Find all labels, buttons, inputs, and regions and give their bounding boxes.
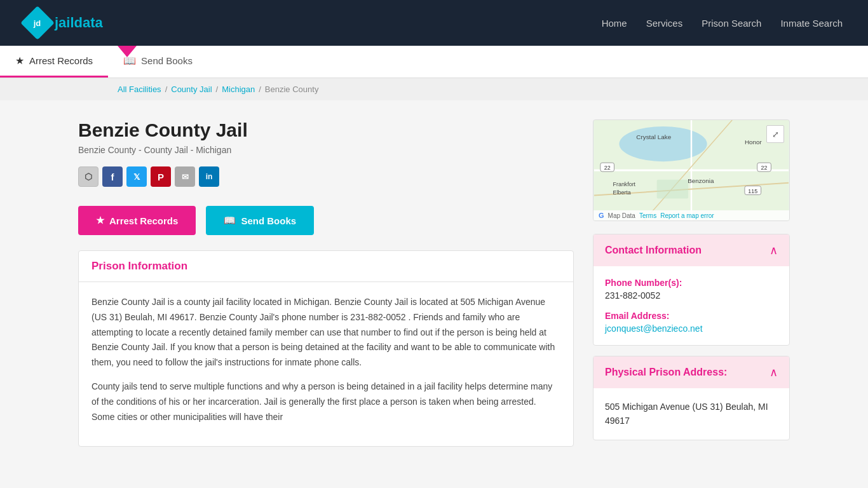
twitter-icon[interactable]: 𝕏 xyxy=(126,166,147,187)
email-icon[interactable]: ✉ xyxy=(175,166,195,187)
social-row: ⬡ f 𝕏 P ✉ in xyxy=(78,166,574,187)
breadcrumb-current: Benzie County xyxy=(265,85,319,94)
prison-info-card: Prison Information Benzie County Jail is… xyxy=(78,250,574,447)
breadcrumb-sep-3: / xyxy=(259,85,261,94)
navbar: jd jaildata Home Services Prison Search … xyxy=(0,0,868,46)
logo-wordmark: jaildata xyxy=(55,15,103,31)
logo[interactable]: jd jaildata xyxy=(25,11,103,35)
subnav: ★ Arrest Records 📖 Send Books xyxy=(0,46,868,78)
map-svg: 22 22 115 Crystal Lake Honor Frankfort E… xyxy=(593,120,789,220)
linkedin-icon[interactable]: in xyxy=(199,166,219,187)
svg-text:22: 22 xyxy=(604,165,611,171)
tab-arrest-records[interactable]: ★ Arrest Records xyxy=(0,46,108,78)
map-terms[interactable]: Terms xyxy=(639,212,656,219)
address-chevron-icon: ∧ xyxy=(770,365,778,379)
logo-jd-text: jd xyxy=(34,18,41,28)
svg-text:22: 22 xyxy=(761,165,768,171)
right-column: 22 22 115 Crystal Lake Honor Frankfort E… xyxy=(593,119,790,447)
map-report-error[interactable]: Report a map error xyxy=(660,212,714,219)
contact-card-title: Contact Information xyxy=(605,245,702,256)
contact-card-body: Phone Number(s): 231-882-0052 Email Addr… xyxy=(593,266,789,345)
nav-prison-search[interactable]: Prison Search xyxy=(702,18,761,29)
left-column: Benzie County Jail Benzie County - Count… xyxy=(78,119,574,447)
star-btn-icon: ★ xyxy=(96,215,104,226)
address-card-header[interactable]: Physical Prison Address: ∧ xyxy=(593,356,789,388)
svg-text:115: 115 xyxy=(748,188,757,194)
facility-subtitle: Benzie County - County Jail - Michigan xyxy=(78,145,574,155)
nav-services[interactable]: Services xyxy=(646,18,683,29)
svg-text:Benzonia: Benzonia xyxy=(688,177,714,184)
email-label: Email Address: xyxy=(605,311,778,321)
email-value[interactable]: jconquest@benzieco.net xyxy=(605,323,778,334)
phone-label: Phone Number(s): xyxy=(605,278,778,288)
map-expand-button[interactable]: ⤢ xyxy=(766,125,784,143)
breadcrumb-michigan[interactable]: Michigan xyxy=(222,85,255,94)
prison-info-p1: Benzie County Jail is a county jail faci… xyxy=(92,295,560,370)
contact-chevron-icon: ∧ xyxy=(770,243,778,257)
nav-home[interactable]: Home xyxy=(602,18,627,29)
pinterest-icon[interactable]: P xyxy=(151,166,171,187)
address-card: Physical Prison Address: ∧ 505 Michigan … xyxy=(593,356,790,440)
svg-text:Elberta: Elberta xyxy=(613,189,631,196)
book-btn-icon: 📖 xyxy=(224,215,236,226)
breadcrumb-sep-2: / xyxy=(216,85,219,94)
action-buttons: ★ Arrest Records 📖 Send Books xyxy=(78,206,574,235)
star-icon: ★ xyxy=(15,55,24,67)
address-card-body: 505 Michigan Avenue (US 31) Beulah, MI 4… xyxy=(593,388,789,440)
facility-title: Benzie County Jail xyxy=(78,119,574,141)
breadcrumb-sep-1: / xyxy=(165,85,168,94)
arrest-records-button[interactable]: ★ Arrest Records xyxy=(78,206,196,235)
nav-inmate-search[interactable]: Inmate Search xyxy=(780,18,843,29)
google-logo: G xyxy=(599,212,604,219)
subnav-triangle-decoration xyxy=(118,46,137,57)
svg-point-1 xyxy=(619,126,707,161)
breadcrumb-county-jail[interactable]: County Jail xyxy=(171,85,212,94)
contact-card: Contact Information ∧ Phone Number(s): 2… xyxy=(593,234,790,346)
nav-links: Home Services Prison Search Inmate Searc… xyxy=(602,18,843,29)
prison-info-header: Prison Information xyxy=(79,251,573,282)
contact-card-header[interactable]: Contact Information ∧ xyxy=(593,234,789,266)
share-icon[interactable]: ⬡ xyxy=(78,166,98,187)
map-container: 22 22 115 Crystal Lake Honor Frankfort E… xyxy=(593,119,790,221)
breadcrumb-all-facilities[interactable]: All Facilities xyxy=(118,85,161,94)
send-books-button[interactable]: 📖 Send Books xyxy=(206,206,314,235)
breadcrumb: All Facilities / County Jail / Michigan … xyxy=(0,78,868,100)
address-value: 505 Michigan Avenue (US 31) Beulah, MI 4… xyxy=(605,400,778,428)
phone-value: 231-882-0052 xyxy=(605,290,778,301)
svg-text:Crystal Lake: Crystal Lake xyxy=(636,133,671,140)
address-card-title: Physical Prison Address: xyxy=(605,367,727,378)
logo-diamond-icon: jd xyxy=(20,6,55,40)
main-container: Benzie County Jail Benzie County - Count… xyxy=(53,100,815,466)
map-footer: G Map Data Terms Report a map error xyxy=(593,210,789,220)
facebook-icon[interactable]: f xyxy=(102,166,123,187)
prison-info-p2: County jails tend to serve multiple func… xyxy=(92,379,560,424)
svg-text:Honor: Honor xyxy=(745,139,763,146)
prison-info-title: Prison Information xyxy=(92,260,560,273)
svg-text:Frankfort: Frankfort xyxy=(613,181,636,187)
prison-info-body: Benzie County Jail is a county jail faci… xyxy=(79,282,573,446)
svg-rect-17 xyxy=(657,180,688,199)
map-data-label: Map Data xyxy=(608,212,635,219)
